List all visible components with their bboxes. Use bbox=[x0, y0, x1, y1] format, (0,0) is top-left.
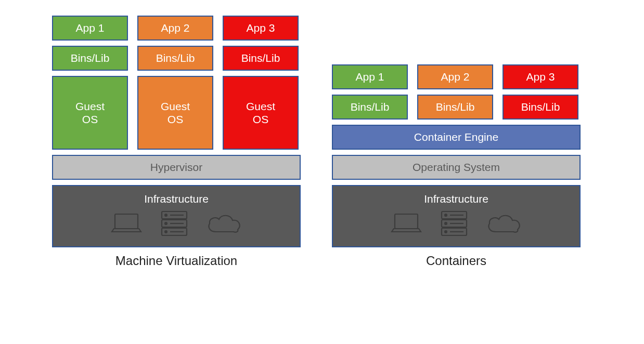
ct-apps-row: App 1 App 2 App 3 bbox=[332, 64, 581, 89]
ct-bins-1: Bins/Lib bbox=[332, 95, 408, 120]
ct-stack: App 1 App 2 App 3 Bins/Lib Bins/Lib Bins… bbox=[332, 64, 581, 268]
vm-app-2: App 2 bbox=[137, 16, 213, 41]
vm-guest-2: GuestOS bbox=[137, 76, 213, 150]
vm-guest-row: GuestOS GuestOS GuestOS bbox=[52, 76, 301, 150]
ct-infra-icons bbox=[389, 209, 524, 240]
ct-container-engine: Container Engine bbox=[332, 125, 581, 150]
server-icon bbox=[159, 209, 190, 240]
vm-apps-row: App 1 App 2 App 3 bbox=[52, 16, 301, 41]
vm-bins-row: Bins/Lib Bins/Lib Bins/Lib bbox=[52, 46, 301, 71]
svg-point-6 bbox=[165, 231, 167, 233]
ct-bins-2: Bins/Lib bbox=[417, 95, 493, 120]
vm-caption: Machine Virtualization bbox=[115, 254, 237, 268]
server-icon bbox=[439, 209, 470, 240]
ct-bins-3: Bins/Lib bbox=[503, 95, 578, 120]
vm-guest-3: GuestOS bbox=[223, 76, 299, 150]
vm-hypervisor: Hypervisor bbox=[52, 155, 301, 180]
ct-app-1: App 1 bbox=[332, 64, 408, 89]
ct-app-3: App 3 bbox=[503, 64, 578, 89]
vm-blocks: App 1 App 2 App 3 Bins/Lib Bins/Lib Bins… bbox=[52, 16, 301, 247]
vm-stack: App 1 App 2 App 3 Bins/Lib Bins/Lib Bins… bbox=[52, 16, 301, 268]
vm-infrastructure: Infrastructure bbox=[52, 185, 301, 247]
cloud-icon bbox=[204, 211, 244, 239]
ct-app-2: App 2 bbox=[417, 64, 493, 89]
svg-rect-10 bbox=[395, 214, 418, 229]
vm-bins-1: Bins/Lib bbox=[52, 46, 128, 71]
ct-infrastructure-label: Infrastructure bbox=[424, 192, 488, 205]
vm-app-3: App 3 bbox=[223, 16, 299, 41]
laptop-icon bbox=[109, 211, 144, 239]
vm-guest-1: GuestOS bbox=[52, 76, 128, 150]
vm-app-1: App 1 bbox=[52, 16, 128, 41]
svg-rect-0 bbox=[115, 214, 138, 229]
vm-infra-icons bbox=[109, 209, 244, 240]
vm-bins-3: Bins/Lib bbox=[223, 46, 299, 71]
vm-infrastructure-label: Infrastructure bbox=[144, 192, 209, 205]
vm-bins-2: Bins/Lib bbox=[137, 46, 213, 71]
ct-bins-row: Bins/Lib Bins/Lib Bins/Lib bbox=[332, 95, 581, 120]
svg-point-14 bbox=[445, 214, 447, 216]
svg-point-15 bbox=[445, 222, 447, 224]
cloud-icon bbox=[484, 211, 524, 239]
ct-caption: Containers bbox=[426, 254, 486, 268]
diagram-root: App 1 App 2 App 3 Bins/Lib Bins/Lib Bins… bbox=[0, 0, 644, 279]
svg-point-16 bbox=[445, 231, 447, 233]
laptop-icon bbox=[389, 211, 424, 239]
svg-point-5 bbox=[165, 222, 167, 224]
svg-point-4 bbox=[165, 214, 167, 216]
ct-infrastructure: Infrastructure bbox=[332, 185, 581, 247]
ct-blocks: App 1 App 2 App 3 Bins/Lib Bins/Lib Bins… bbox=[332, 64, 581, 247]
ct-operating-system: Operating System bbox=[332, 155, 581, 180]
